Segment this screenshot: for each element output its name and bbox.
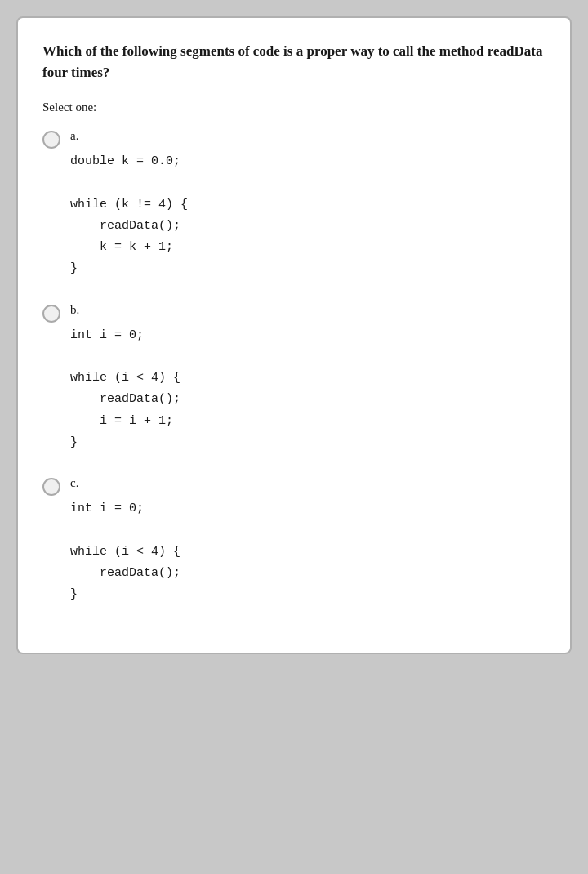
option-b-code: int i = 0; while (i < 4) { readData(); i…	[70, 325, 546, 454]
option-c-code: int i = 0; while (i < 4) { readData(); }	[70, 498, 546, 605]
option-a-content: a. double k = 0.0; while (k != 4) { read…	[70, 129, 546, 280]
option-c-label: c.	[70, 476, 546, 490]
option-b-block: b. int i = 0; while (i < 4) { readData()…	[42, 303, 546, 454]
radio-b[interactable]	[42, 305, 60, 323]
option-b-content: b. int i = 0; while (i < 4) { readData()…	[70, 303, 546, 454]
question-text: Which of the following segments of code …	[42, 41, 546, 82]
option-b-label: b.	[70, 303, 546, 317]
option-a-code: double k = 0.0; while (k != 4) { readDat…	[70, 151, 546, 280]
radio-a-wrapper[interactable]	[42, 131, 60, 152]
radio-b-wrapper[interactable]	[42, 305, 60, 326]
radio-a[interactable]	[42, 131, 60, 149]
option-c-block: c. int i = 0; while (i < 4) { readData()…	[42, 476, 546, 605]
option-a-block: a. double k = 0.0; while (k != 4) { read…	[42, 129, 546, 280]
option-c-content: c. int i = 0; while (i < 4) { readData()…	[70, 476, 546, 605]
select-one-label: Select one:	[42, 100, 546, 114]
radio-c-wrapper[interactable]	[42, 478, 60, 499]
radio-c[interactable]	[42, 478, 60, 496]
quiz-card: Which of the following segments of code …	[16, 16, 572, 654]
option-a-label: a.	[70, 129, 546, 143]
